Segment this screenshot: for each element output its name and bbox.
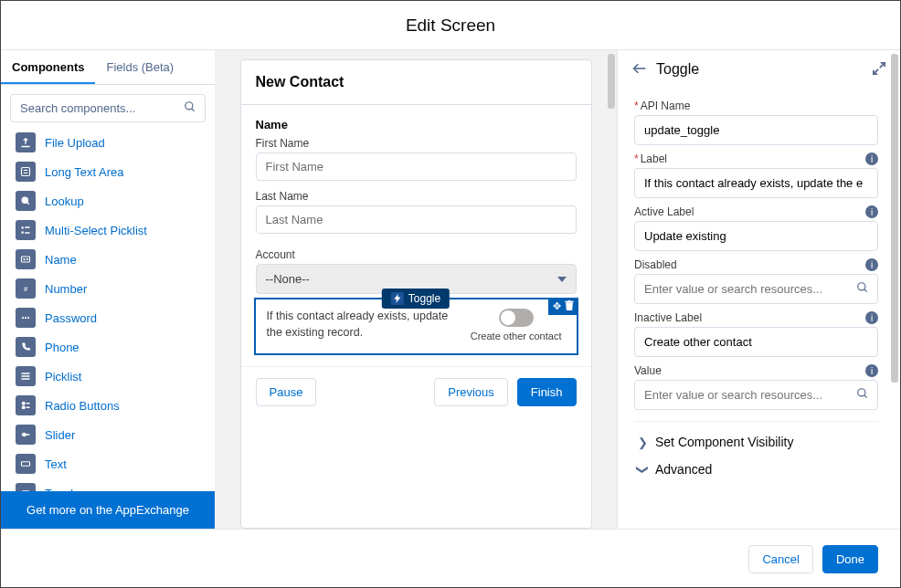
svg-point-26: [22, 433, 26, 437]
expand-icon[interactable]: [873, 62, 885, 78]
cancel-button[interactable]: Cancel: [748, 545, 812, 573]
component-item-password[interactable]: Password: [12, 303, 211, 332]
canvas-scrollbar[interactable]: [608, 54, 615, 109]
label-label: *Labeli: [634, 152, 878, 165]
right-panel-body: *API Name *Labeli Active Labeli Disabled…: [618, 89, 900, 491]
screen-footer: Pause Previous Finish: [241, 366, 591, 421]
svg-rect-11: [22, 257, 30, 262]
component-item-picklist[interactable]: Picklist: [12, 362, 211, 391]
svg-line-1: [192, 109, 195, 111]
tab-fields[interactable]: Fields (Beta): [95, 50, 185, 84]
component-item-file-upload[interactable]: File Upload: [12, 128, 211, 157]
info-icon[interactable]: i: [865, 205, 878, 218]
left-tabs: Components Fields (Beta): [1, 50, 215, 85]
first-name-label: First Name: [256, 137, 577, 150]
svg-rect-8: [22, 232, 24, 234]
component-item-lookup[interactable]: Lookup: [12, 186, 211, 215]
delete-icon[interactable]: [565, 300, 574, 312]
screen-title: New Contact: [241, 60, 591, 105]
component-type-pill: Toggle: [382, 289, 450, 309]
chevron-down-icon: [557, 277, 567, 282]
toggle-thumb: [501, 310, 515, 325]
info-icon[interactable]: i: [865, 258, 878, 271]
svg-rect-20: [22, 378, 30, 380]
component-item-radio-buttons[interactable]: Radio Buttons: [12, 391, 211, 420]
lookup-icon: [16, 191, 36, 211]
right-panel-header: Toggle: [618, 50, 900, 89]
pause-button[interactable]: Pause: [256, 378, 317, 406]
inactive-label-input[interactable]: [634, 327, 878, 357]
component-actions: ✥: [548, 298, 578, 315]
screen-body: Name First Name Last Name Account --None…: [241, 105, 591, 362]
previous-button[interactable]: Previous: [434, 378, 508, 406]
component-item-text[interactable]: Text: [12, 449, 211, 478]
disabled-label: Disabledi: [634, 258, 878, 271]
component-item-name[interactable]: Name: [12, 245, 211, 274]
component-item-phone[interactable]: Phone: [12, 332, 211, 362]
info-icon[interactable]: i: [865, 152, 878, 165]
advanced-section[interactable]: ❯ Advanced: [634, 455, 878, 482]
component-label: Name: [45, 253, 77, 267]
window-title: Edit Screen: [1, 1, 900, 50]
svg-rect-2: [22, 168, 30, 176]
toggle-icon: [16, 483, 36, 491]
pill-label: Toggle: [408, 292, 440, 305]
multiselect-icon: [16, 220, 36, 240]
component-list[interactable]: File UploadLong Text AreaLookupMulti-Sel…: [1, 128, 215, 491]
title-text: Edit Screen: [406, 16, 495, 36]
appexchange-button[interactable]: Get more on the AppExchange: [1, 491, 215, 529]
account-value: --None--: [266, 272, 310, 286]
component-label: Text: [45, 457, 67, 471]
lightning-icon: [391, 292, 404, 305]
component-item-toggle[interactable]: Toggle: [12, 478, 211, 491]
search-icon: [856, 281, 869, 297]
password-icon: [16, 308, 36, 328]
screen-preview: New Contact Name First Name Last Name Ac…: [240, 59, 592, 529]
component-item-number[interactable]: #Number: [12, 274, 211, 303]
visibility-section[interactable]: ❯ Set Component Visibility: [634, 421, 878, 455]
number-icon: #: [16, 278, 36, 299]
bottom-bar: Cancel Done: [1, 529, 900, 588]
component-label: Multi-Select Picklist: [45, 224, 147, 237]
svg-point-15: [22, 317, 24, 319]
tab-components[interactable]: Components: [1, 50, 95, 84]
text-icon: [16, 454, 36, 474]
label-input[interactable]: [634, 168, 878, 198]
account-label: Account: [256, 248, 577, 261]
toggle-switch[interactable]: [499, 309, 534, 327]
last-name-label: Last Name: [256, 190, 577, 203]
back-icon[interactable]: [632, 63, 647, 77]
component-label: Number: [45, 282, 87, 296]
name-icon: [16, 249, 36, 269]
svg-line-34: [864, 289, 867, 292]
value-input[interactable]: [634, 380, 878, 410]
component-item-long-text-area[interactable]: Long Text Area: [12, 157, 211, 186]
search-input[interactable]: [10, 94, 206, 122]
component-label: File Upload: [45, 136, 105, 150]
component-item-multi-select-picklist[interactable]: Multi-Select Picklist: [12, 215, 211, 245]
search-box: [10, 94, 206, 122]
info-icon[interactable]: i: [865, 364, 878, 377]
svg-line-6: [27, 203, 29, 205]
main-layout: Components Fields (Beta) File UploadLong…: [1, 50, 900, 529]
component-label: Radio Buttons: [45, 399, 120, 413]
first-name-input[interactable]: [256, 152, 577, 181]
active-label-input[interactable]: [634, 221, 878, 251]
done-button[interactable]: Done: [822, 545, 878, 573]
move-icon[interactable]: ✥: [553, 300, 561, 312]
radio-icon: [16, 395, 36, 415]
svg-rect-7: [22, 226, 24, 228]
disabled-input[interactable]: [634, 274, 878, 304]
component-item-slider[interactable]: Slider: [12, 420, 211, 449]
api-name-input[interactable]: [634, 115, 878, 145]
right-scrollbar[interactable]: [891, 54, 898, 383]
svg-point-21: [22, 402, 25, 404]
finish-button[interactable]: Finish: [517, 378, 577, 406]
canvas-area: New Contact Name First Name Last Name Ac…: [215, 50, 617, 529]
selected-toggle-component[interactable]: Toggle ✥ If this contact already exists,…: [254, 298, 578, 355]
value-label: Valuei: [634, 364, 878, 377]
last-name-input[interactable]: [256, 205, 577, 234]
right-panel-title: Toggle: [656, 61, 699, 78]
info-icon[interactable]: i: [865, 311, 878, 324]
picklist-icon: [16, 366, 36, 386]
